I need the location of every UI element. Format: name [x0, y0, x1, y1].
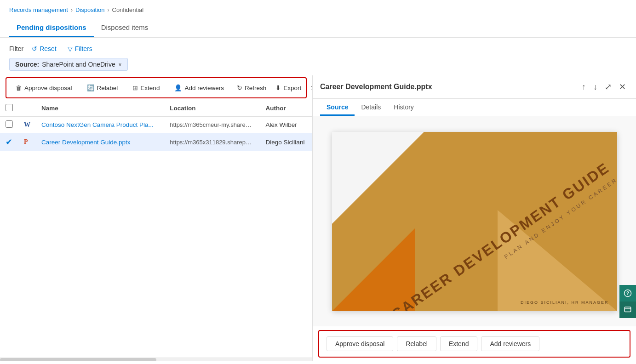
- export-label: Export: [283, 85, 301, 91]
- source-value: SharePoint and OneDrive: [42, 61, 115, 68]
- col-file-icon: [18, 100, 36, 117]
- pptx-white-triangle: [332, 132, 424, 224]
- export-button[interactable]: ⬇ Export: [272, 82, 305, 94]
- tab-source[interactable]: Source: [320, 99, 355, 116]
- nav-up-button[interactable]: ↑: [579, 80, 589, 94]
- pptx-preview: CAREER DEVELOPMENT GUIDE PLAN AND ENJOY …: [332, 132, 617, 311]
- bottom-extend-button[interactable]: Extend: [440, 336, 478, 351]
- breadcrumb: Records management › Disposition › Confi…: [0, 0, 636, 18]
- pptx-orange-triangle: [332, 228, 415, 311]
- tab-disposed[interactable]: Disposed items: [94, 18, 156, 37]
- side-chat-button[interactable]: [619, 301, 636, 318]
- side-float-buttons: ?: [619, 285, 636, 318]
- source-prefix: Source:: [15, 61, 39, 68]
- breadcrumb-records[interactable]: Records management: [9, 6, 68, 13]
- bottom-add-reviewers-button[interactable]: Add reviewers: [481, 336, 539, 351]
- tab-pending[interactable]: Pending dispositions: [9, 18, 94, 37]
- extend-button[interactable]: ⊞ Extend: [129, 82, 163, 94]
- reset-icon: ↺: [32, 45, 37, 52]
- pptx-footer: DIEGO SICILIANI, HR MANAGER: [521, 300, 609, 305]
- refresh-button[interactable]: ↻ Refresh: [233, 82, 270, 94]
- row1-name[interactable]: Contoso NextGen Camera Product Pla...: [36, 117, 164, 133]
- left-panel: 🗑 Approve disposal 🔄 Relabel ⊞ Extend 👤 …: [0, 75, 313, 361]
- extend-label: Extend: [140, 85, 160, 91]
- right-panel-header: Career Development Guide.pptx ↑ ↓ ⤢ ✕: [313, 75, 636, 99]
- add-reviewer-icon: 👤: [174, 84, 182, 91]
- row2-file-icon: P: [18, 133, 36, 151]
- scrollbar-thumb[interactable]: [0, 358, 156, 361]
- source-chip[interactable]: Source: SharePoint and OneDrive ∨: [9, 58, 128, 71]
- row2-location: https://m365x311829.sharepoint.com/sites…: [164, 133, 260, 151]
- refresh-label: Refresh: [245, 85, 266, 91]
- relabel-icon: 🔄: [87, 84, 95, 91]
- file-table: Name Location Author W Contoso NextGen C…: [0, 100, 312, 151]
- select-all-checkbox[interactable]: [6, 104, 13, 111]
- col-name[interactable]: Name: [36, 100, 164, 117]
- breadcrumb-sep1: ›: [71, 7, 73, 13]
- approve-icon: 🗑: [16, 85, 22, 91]
- bottom-relabel-button[interactable]: Relabel: [397, 336, 436, 351]
- row1-file-icon: W: [18, 117, 36, 133]
- col-location[interactable]: Location: [164, 100, 260, 117]
- col-checkbox: [0, 100, 18, 117]
- svg-rect-2: [625, 307, 631, 312]
- refresh-icon: ↻: [237, 84, 242, 91]
- add-reviewers-label: Add reviewers: [184, 85, 224, 91]
- row2-author: Diego Siciliani: [260, 133, 312, 151]
- relabel-button[interactable]: 🔄 Relabel: [83, 82, 122, 94]
- add-reviewers-button[interactable]: 👤 Add reviewers: [171, 82, 228, 94]
- row1-checkbox[interactable]: [6, 120, 13, 128]
- preview-title: Career Development Guide.pptx: [320, 83, 432, 91]
- chat-icon: [624, 306, 632, 314]
- selected-checkmark-icon: ✔: [6, 137, 12, 147]
- help-icon: ?: [624, 289, 632, 297]
- file-table-wrapper: Name Location Author W Contoso NextGen C…: [0, 100, 312, 358]
- nav-down-button[interactable]: ↓: [590, 80, 600, 94]
- tab-details[interactable]: Details: [355, 99, 387, 116]
- ppt-icon: P: [24, 138, 28, 145]
- filter-icon: ▽: [68, 45, 73, 52]
- main-container: 🗑 Approve disposal 🔄 Relabel ⊞ Extend 👤 …: [0, 75, 636, 361]
- tab-history[interactable]: History: [387, 99, 420, 116]
- row1-location: https://m365cmeur-my.sharepoint.com/pers…: [164, 117, 260, 133]
- breadcrumb-disposition[interactable]: Disposition: [75, 6, 105, 13]
- selection-count: 1 of 7 selected: [307, 85, 313, 91]
- breadcrumb-sep2: ›: [108, 7, 109, 13]
- approve-disposal-button[interactable]: 🗑 Approve disposal: [12, 82, 76, 94]
- close-button[interactable]: ✕: [616, 80, 629, 94]
- table-row: ✔ P Career Development Guide.pptx https:…: [0, 133, 312, 151]
- main-tabs: Pending dispositions Disposed items: [0, 18, 636, 38]
- row1-checkbox-cell[interactable]: [0, 117, 18, 133]
- expand-button[interactable]: ⤢: [602, 80, 614, 94]
- filter-bar: Filter ↺ Reset ▽ Filters: [0, 38, 636, 58]
- horizontal-scrollbar[interactable]: [0, 358, 312, 361]
- filters-label: Filters: [75, 45, 92, 52]
- bottom-approve-button[interactable]: Approve disposal: [327, 336, 393, 351]
- filters-button[interactable]: ▽ Filters: [65, 43, 95, 54]
- svg-text:?: ?: [626, 290, 629, 296]
- row2-checkbox-cell[interactable]: ✔: [0, 133, 18, 151]
- filter-label: Filter: [9, 45, 23, 52]
- row1-author: Alex Wilber: [260, 117, 312, 133]
- right-panel: Career Development Guide.pptx ↑ ↓ ⤢ ✕ So…: [313, 75, 636, 361]
- col-author[interactable]: Author: [260, 100, 312, 117]
- row2-name[interactable]: Career Development Guide.pptx: [36, 133, 164, 151]
- extend-icon: ⊞: [132, 84, 138, 91]
- approve-label: Approve disposal: [24, 85, 72, 91]
- action-toolbar: 🗑 Approve disposal 🔄 Relabel ⊞ Extend 👤 …: [6, 77, 307, 98]
- breadcrumb-current: Confidential: [112, 6, 144, 13]
- bottom-action-toolbar: Approve disposal Relabel Extend Add revi…: [318, 330, 630, 358]
- export-icon: ⬇: [275, 84, 281, 91]
- relabel-label: Relabel: [97, 85, 118, 91]
- right-tabs: Source Details History: [313, 99, 636, 116]
- reset-label: Reset: [40, 45, 57, 52]
- preview-area: CAREER DEVELOPMENT GUIDE PLAN AND ENJOY …: [313, 116, 636, 326]
- side-help-button[interactable]: ?: [619, 285, 636, 301]
- word-icon: W: [24, 121, 30, 128]
- chevron-down-icon: ∨: [118, 62, 122, 68]
- table-row: W Contoso NextGen Camera Product Pla... …: [0, 117, 312, 133]
- table-header-row: Name Location Author: [0, 100, 312, 117]
- right-nav-buttons: ↑ ↓ ⤢ ✕: [579, 80, 629, 94]
- reset-button[interactable]: ↺ Reset: [29, 43, 59, 54]
